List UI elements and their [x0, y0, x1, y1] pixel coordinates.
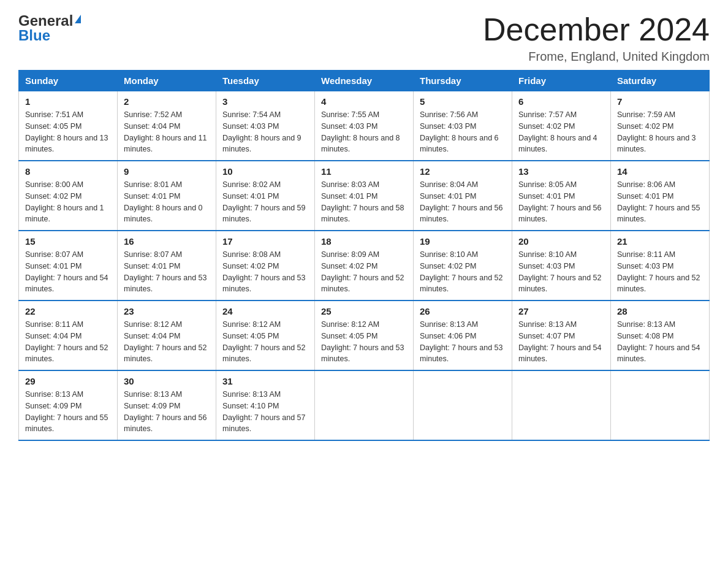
day-cell: 22 Sunrise: 8:11 AM Sunset: 4:04 PM Dayl…: [19, 301, 118, 370]
day-cell: 14 Sunrise: 8:06 AM Sunset: 4:01 PM Dayl…: [611, 161, 710, 231]
day-info: Sunrise: 8:13 AM Sunset: 4:09 PM Dayligh…: [25, 389, 111, 435]
day-info: Sunrise: 8:00 AM Sunset: 4:02 PM Dayligh…: [25, 179, 111, 225]
day-number: 18: [321, 236, 407, 247]
week-row-1: 1 Sunrise: 7:51 AM Sunset: 4:05 PM Dayli…: [19, 91, 710, 161]
day-info: Sunrise: 8:13 AM Sunset: 4:06 PM Dayligh…: [420, 319, 506, 365]
day-info: Sunrise: 8:13 AM Sunset: 4:10 PM Dayligh…: [222, 389, 308, 435]
day-number: 25: [321, 306, 407, 316]
day-cell: 27 Sunrise: 8:13 AM Sunset: 4:07 PM Dayl…: [512, 301, 611, 370]
logo-blue-text: Blue: [18, 27, 50, 44]
day-cell: 5 Sunrise: 7:56 AM Sunset: 4:03 PM Dayli…: [414, 91, 512, 161]
day-number: 6: [518, 96, 604, 107]
day-number: 30: [124, 376, 210, 386]
calendar-header: SundayMondayTuesdayWednesdayThursdayFrid…: [19, 71, 710, 91]
day-number: 17: [222, 236, 308, 247]
day-cell: 29 Sunrise: 8:13 AM Sunset: 4:09 PM Dayl…: [19, 370, 118, 440]
day-number: 7: [617, 96, 703, 107]
day-info: Sunrise: 8:13 AM Sunset: 4:09 PM Dayligh…: [124, 389, 210, 435]
day-info: Sunrise: 8:12 AM Sunset: 4:04 PM Dayligh…: [124, 319, 210, 365]
day-number: 11: [321, 166, 407, 177]
day-number: 21: [617, 236, 703, 247]
week-row-2: 8 Sunrise: 8:00 AM Sunset: 4:02 PM Dayli…: [19, 161, 710, 231]
day-number: 16: [124, 236, 210, 247]
calendar-table: SundayMondayTuesdayWednesdayThursdayFrid…: [18, 70, 710, 441]
header-thursday: Thursday: [414, 71, 512, 91]
day-cell: 11 Sunrise: 8:03 AM Sunset: 4:01 PM Dayl…: [315, 161, 414, 231]
month-title: December 2024: [483, 12, 710, 47]
day-cell: 31 Sunrise: 8:13 AM Sunset: 4:10 PM Dayl…: [216, 370, 315, 440]
day-cell: 1 Sunrise: 7:51 AM Sunset: 4:05 PM Dayli…: [19, 91, 118, 161]
week-row-5: 29 Sunrise: 8:13 AM Sunset: 4:09 PM Dayl…: [19, 370, 710, 440]
day-cell: 8 Sunrise: 8:00 AM Sunset: 4:02 PM Dayli…: [19, 161, 118, 231]
day-number: 23: [124, 306, 210, 316]
day-info: Sunrise: 8:10 AM Sunset: 4:03 PM Dayligh…: [518, 249, 604, 295]
day-info: Sunrise: 7:52 AM Sunset: 4:04 PM Dayligh…: [124, 109, 210, 155]
day-number: 1: [25, 96, 111, 107]
week-row-3: 15 Sunrise: 8:07 AM Sunset: 4:01 PM Dayl…: [19, 231, 710, 301]
day-number: 29: [25, 376, 111, 386]
day-info: Sunrise: 7:51 AM Sunset: 4:05 PM Dayligh…: [25, 109, 111, 155]
day-cell: 19 Sunrise: 8:10 AM Sunset: 4:02 PM Dayl…: [414, 231, 512, 301]
header-friday: Friday: [512, 71, 611, 91]
logo: General Blue: [18, 12, 81, 44]
day-cell: 23 Sunrise: 8:12 AM Sunset: 4:04 PM Dayl…: [118, 301, 216, 370]
day-number: 12: [420, 166, 506, 177]
day-info: Sunrise: 7:57 AM Sunset: 4:02 PM Dayligh…: [518, 109, 604, 155]
day-cell: 2 Sunrise: 7:52 AM Sunset: 4:04 PM Dayli…: [118, 91, 216, 161]
day-info: Sunrise: 8:06 AM Sunset: 4:01 PM Dayligh…: [617, 179, 703, 225]
day-cell: [611, 370, 710, 440]
week-row-4: 22 Sunrise: 8:11 AM Sunset: 4:04 PM Dayl…: [19, 301, 710, 370]
day-number: 20: [518, 236, 604, 247]
day-number: 14: [617, 166, 703, 177]
day-number: 27: [518, 306, 604, 316]
header-tuesday: Tuesday: [216, 71, 315, 91]
day-cell: 26 Sunrise: 8:13 AM Sunset: 4:06 PM Dayl…: [414, 301, 512, 370]
day-cell: 6 Sunrise: 7:57 AM Sunset: 4:02 PM Dayli…: [512, 91, 611, 161]
day-info: Sunrise: 8:02 AM Sunset: 4:01 PM Dayligh…: [222, 179, 308, 225]
day-info: Sunrise: 8:07 AM Sunset: 4:01 PM Dayligh…: [25, 249, 111, 295]
day-info: Sunrise: 8:10 AM Sunset: 4:02 PM Dayligh…: [420, 249, 506, 295]
day-cell: 13 Sunrise: 8:05 AM Sunset: 4:01 PM Dayl…: [512, 161, 611, 231]
logo-triangle-icon: [75, 15, 81, 23]
day-number: 10: [222, 166, 308, 177]
header-monday: Monday: [118, 71, 216, 91]
day-cell: 25 Sunrise: 8:12 AM Sunset: 4:05 PM Dayl…: [315, 301, 414, 370]
day-number: 5: [420, 96, 506, 107]
day-cell: 20 Sunrise: 8:10 AM Sunset: 4:03 PM Dayl…: [512, 231, 611, 301]
day-cell: 21 Sunrise: 8:11 AM Sunset: 4:03 PM Dayl…: [611, 231, 710, 301]
day-cell: 9 Sunrise: 8:01 AM Sunset: 4:01 PM Dayli…: [118, 161, 216, 231]
day-cell: [414, 370, 512, 440]
day-cell: 4 Sunrise: 7:55 AM Sunset: 4:03 PM Dayli…: [315, 91, 414, 161]
day-cell: 16 Sunrise: 8:07 AM Sunset: 4:01 PM Dayl…: [118, 231, 216, 301]
day-info: Sunrise: 8:11 AM Sunset: 4:04 PM Dayligh…: [25, 319, 111, 365]
day-number: 8: [25, 166, 111, 177]
day-number: 26: [420, 306, 506, 316]
day-cell: 10 Sunrise: 8:02 AM Sunset: 4:01 PM Dayl…: [216, 161, 315, 231]
day-number: 24: [222, 306, 308, 316]
header-sunday: Sunday: [19, 71, 118, 91]
location: Frome, England, United Kingdom: [483, 50, 710, 64]
day-info: Sunrise: 8:12 AM Sunset: 4:05 PM Dayligh…: [222, 319, 308, 365]
day-info: Sunrise: 8:05 AM Sunset: 4:01 PM Dayligh…: [518, 179, 604, 225]
day-number: 15: [25, 236, 111, 247]
day-cell: [512, 370, 611, 440]
day-info: Sunrise: 8:09 AM Sunset: 4:02 PM Dayligh…: [321, 249, 407, 295]
day-number: 22: [25, 306, 111, 316]
day-info: Sunrise: 7:56 AM Sunset: 4:03 PM Dayligh…: [420, 109, 506, 155]
day-info: Sunrise: 8:01 AM Sunset: 4:01 PM Dayligh…: [124, 179, 210, 225]
day-number: 31: [222, 376, 308, 386]
day-cell: 7 Sunrise: 7:59 AM Sunset: 4:02 PM Dayli…: [611, 91, 710, 161]
day-cell: 18 Sunrise: 8:09 AM Sunset: 4:02 PM Dayl…: [315, 231, 414, 301]
day-info: Sunrise: 8:13 AM Sunset: 4:08 PM Dayligh…: [617, 319, 703, 365]
day-cell: 12 Sunrise: 8:04 AM Sunset: 4:01 PM Dayl…: [414, 161, 512, 231]
title-block: December 2024 Frome, England, United Kin…: [483, 12, 710, 64]
day-number: 19: [420, 236, 506, 247]
day-info: Sunrise: 8:13 AM Sunset: 4:07 PM Dayligh…: [518, 319, 604, 365]
day-number: 2: [124, 96, 210, 107]
page-header: General Blue December 2024 Frome, Englan…: [18, 12, 710, 64]
day-info: Sunrise: 8:12 AM Sunset: 4:05 PM Dayligh…: [321, 319, 407, 365]
day-info: Sunrise: 7:54 AM Sunset: 4:03 PM Dayligh…: [222, 109, 308, 155]
day-number: 9: [124, 166, 210, 177]
day-info: Sunrise: 8:07 AM Sunset: 4:01 PM Dayligh…: [124, 249, 210, 295]
day-info: Sunrise: 7:55 AM Sunset: 4:03 PM Dayligh…: [321, 109, 407, 155]
